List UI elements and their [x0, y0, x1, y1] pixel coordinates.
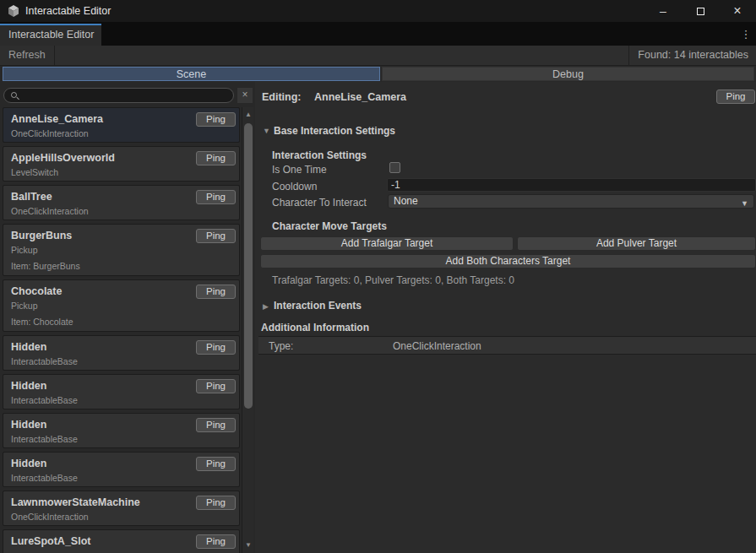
list-item-ping-button[interactable]: Ping [196, 112, 236, 127]
additional-information-header: Additional Information [261, 322, 369, 333]
interaction-events-foldout[interactable]: Interaction Events [274, 300, 362, 312]
list-item-subtitles: OneClickInteraction [11, 509, 192, 525]
found-count-label: Found: 14 interactables [638, 46, 748, 65]
list-item-name: BallTree [11, 191, 192, 203]
cooldown-field[interactable]: -1 [387, 178, 756, 192]
editing-label: Editing: [262, 91, 302, 103]
list-item-name: Hidden [11, 419, 192, 431]
editor-ping-button[interactable]: Ping [716, 89, 755, 104]
list-scrollbar[interactable]: ▲ ▼ [242, 107, 253, 553]
character-to-interact-label: Character To Interact [272, 197, 367, 209]
scroll-down-icon[interactable]: ▼ [242, 539, 254, 551]
search-clear-button[interactable]: × [237, 88, 253, 103]
maximize-icon[interactable] [683, 0, 717, 22]
list-item[interactable]: Hidden InteractableBase Ping [3, 413, 240, 448]
list-item-name: AnneLise_Camera [11, 113, 192, 126]
is-one-time-label: Is One Time [272, 164, 327, 176]
list-item-subtitle: Pickup [11, 298, 192, 314]
targets-stats-label: Trafalgar Targets: 0, Pulver Targets: 0,… [272, 274, 514, 286]
list-item-subtitles: InteractableBase [11, 393, 192, 409]
list-item-name: LureSpotA_Slot [11, 535, 192, 548]
list-item-ping-button[interactable]: Ping [196, 229, 236, 243]
title-bar[interactable]: Interactable Editor – × [0, 0, 756, 22]
list-item-subtitles: InteractableBase [11, 354, 192, 370]
list-item[interactable]: Hidden InteractableBase Ping [3, 452, 240, 487]
interactable-list: AnneLise_Camera OneClickInteraction Ping… [3, 107, 240, 553]
list-item-subtitles: OneClickInteraction [11, 126, 192, 142]
scroll-up-icon[interactable]: ▲ [242, 109, 254, 121]
tab-menu-icon[interactable]: ⋮ [739, 27, 753, 42]
search-input[interactable] [3, 88, 234, 103]
cooldown-label: Cooldown [272, 181, 317, 192]
toolbar-separator [628, 46, 629, 66]
character-dropdown-value: None [394, 195, 418, 207]
list-item-ping-button[interactable]: Ping [196, 379, 236, 393]
tab-scene[interactable]: Scene [3, 67, 380, 81]
list-item-subtitles: PickupItem: Chocolate [11, 298, 192, 330]
add-pulver-target-button[interactable]: Add Pulver Target [517, 236, 756, 251]
list-item-ping-button[interactable]: Ping [196, 190, 236, 204]
editor-panel: Editing: AnneLise_Camera Ping ▼ Base Int… [255, 82, 756, 553]
list-item-ping-button[interactable]: Ping [196, 418, 236, 432]
character-to-interact-dropdown[interactable]: None ▼ [388, 194, 754, 209]
base-interaction-settings-foldout[interactable]: Base Interaction Settings [274, 125, 395, 137]
list-item-ping-button[interactable]: Ping [196, 457, 236, 471]
interactable-editor-window: Interactable Editor – × Interactable Edi… [0, 0, 756, 553]
type-value: OneClickInteraction [393, 340, 481, 352]
close-icon[interactable]: × [721, 0, 754, 22]
search-icon [11, 92, 17, 98]
list-item-name: LawnmowerStateMachine [11, 496, 192, 509]
window-title: Interactable Editor [25, 5, 111, 17]
tab-debug[interactable]: Debug [382, 67, 754, 81]
list-item-ping-button[interactable]: Ping [196, 151, 236, 165]
list-item-subtitle: Item: Chocolate [11, 314, 192, 330]
list-item-name: Hidden [11, 341, 192, 354]
list-item[interactable]: BurgerBuns PickupItem: BurgerBuns Ping [3, 224, 240, 276]
list-item-subtitle: LevelSwitch [11, 165, 192, 181]
list-item-subtitles: PickupItem: BurgerBuns [11, 242, 192, 274]
minimize-icon[interactable]: – [646, 0, 680, 22]
list-item-subtitles: OneClickInteraction [11, 203, 192, 220]
interaction-settings-header: Interaction Settings [272, 149, 367, 161]
list-item-subtitles: InteractableBase [11, 470, 192, 486]
toolbar: Refresh Found: 14 interactables [0, 46, 756, 66]
editing-target-name: AnneLise_Camera [314, 91, 406, 103]
list-item[interactable]: Hidden InteractableBase Ping [3, 374, 240, 409]
list-item[interactable]: AnneLise_Camera OneClickInteraction Ping [3, 107, 240, 143]
add-both-characters-target-button[interactable]: Add Both Characters Target [260, 254, 756, 268]
maximize-box-icon [697, 8, 704, 15]
tab-interactable-editor[interactable]: Interactable Editor [0, 24, 101, 46]
list-item-subtitle: Pickup [11, 242, 192, 258]
list-item[interactable]: LawnmowerStateMachine OneClickInteractio… [3, 491, 240, 526]
list-item-subtitle: OneClickInteraction [11, 509, 192, 525]
list-item-subtitle: OneClickInteraction [11, 126, 192, 142]
add-trafalgar-target-button[interactable]: Add Trafalgar Target [260, 236, 514, 251]
list-item-name: BurgerBuns [11, 230, 192, 242]
refresh-button[interactable]: Refresh [0, 46, 55, 66]
list-item-subtitles: LevelSwitch [11, 165, 192, 181]
is-one-time-checkbox[interactable] [389, 162, 400, 173]
list-item-ping-button[interactable]: Ping [196, 534, 236, 549]
app-cube-icon [7, 4, 20, 18]
list-item-subtitles: InteractableBase [11, 431, 192, 447]
foldout-open-icon[interactable]: ▼ [263, 127, 270, 135]
list-item-name: Chocolate [11, 285, 192, 298]
editor-tab-strip: Interactable Editor ⋮ [0, 22, 756, 46]
character-move-targets-header: Character Move Targets [272, 220, 387, 232]
scrollbar-thumb[interactable] [244, 123, 253, 409]
list-item[interactable]: AppleHillsOverworld LevelSwitch Ping [3, 146, 240, 182]
list-item-subtitle: InteractableBase [11, 393, 192, 409]
list-item-ping-button[interactable]: Ping [196, 285, 236, 299]
foldout-closed-icon[interactable]: ▶ [263, 302, 269, 311]
list-item-subtitle: InteractableBase [11, 470, 192, 486]
chevron-down-icon: ▼ [741, 198, 748, 210]
list-item[interactable]: LureSpotA_Slot Ping [3, 529, 240, 553]
list-item[interactable]: Hidden InteractableBase Ping [3, 335, 240, 371]
list-item-ping-button[interactable]: Ping [196, 496, 236, 510]
list-item-ping-button[interactable]: Ping [196, 340, 236, 355]
list-item-subtitle: InteractableBase [11, 431, 192, 447]
type-row: Type: OneClickInteraction [258, 336, 756, 355]
view-tabs: Scene Debug [0, 66, 756, 82]
list-item[interactable]: Chocolate PickupItem: Chocolate Ping [3, 279, 240, 332]
list-item[interactable]: BallTree OneClickInteraction Ping [3, 185, 240, 220]
